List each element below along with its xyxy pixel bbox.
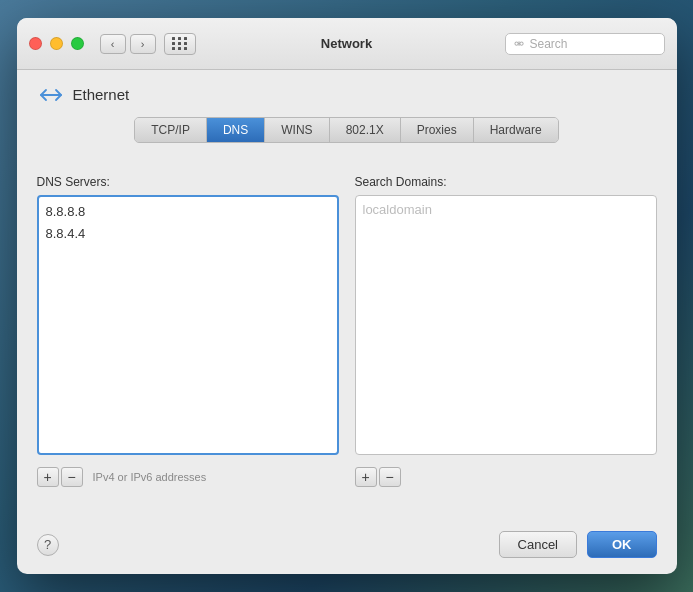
search-domains-controls: + − <box>355 467 657 487</box>
search-bar[interactable]: ⚮ <box>505 33 665 55</box>
tab-tcpip[interactable]: TCP/IP <box>135 118 207 142</box>
cancel-button[interactable]: Cancel <box>499 531 577 558</box>
section-title: Ethernet <box>73 86 130 103</box>
search-domains-label: Search Domains: <box>355 175 657 189</box>
dns-servers-label: DNS Servers: <box>37 175 339 189</box>
window-title: Network <box>321 36 372 51</box>
close-button[interactable] <box>29 37 42 50</box>
tabs: TCP/IP DNS WINS 802.1X Proxies Hardware <box>134 117 558 143</box>
search-icon: ⚮ <box>514 37 524 51</box>
tab-8021x[interactable]: 802.1X <box>330 118 401 142</box>
footer: ? Cancel OK <box>17 519 677 574</box>
dns-button-row: + − IPv4 or IPv6 addresses <box>37 467 339 487</box>
search-domains-list[interactable]: localdomain <box>355 195 657 455</box>
tab-wins[interactable]: WINS <box>265 118 329 142</box>
nav-buttons: ‹ › <box>100 34 156 54</box>
dns-servers-column: DNS Servers: 8.8.8.8 8.8.4.4 <box>37 175 339 455</box>
back-nav-icon[interactable] <box>37 87 65 103</box>
search-input[interactable] <box>530 37 656 51</box>
forward-button[interactable]: › <box>130 34 156 54</box>
search-domains-placeholder: localdomain <box>363 202 432 217</box>
traffic-lights <box>29 37 84 50</box>
search-domains-column: Search Domains: localdomain <box>355 175 657 455</box>
list-item: 8.8.4.4 <box>43 223 333 245</box>
dns-add-button[interactable]: + <box>37 467 59 487</box>
titlebar: ‹ › Network ⚮ <box>17 18 677 70</box>
tab-dns[interactable]: DNS <box>207 118 265 142</box>
ok-button[interactable]: OK <box>587 531 657 558</box>
list-item: 8.8.8.8 <box>43 201 333 223</box>
maximize-button[interactable] <box>71 37 84 50</box>
breadcrumb: Ethernet <box>37 86 657 103</box>
tab-proxies[interactable]: Proxies <box>401 118 474 142</box>
help-button[interactable]: ? <box>37 534 59 556</box>
search-domains-button-row: + − <box>355 467 657 487</box>
network-window: ‹ › Network ⚮ Ethern <box>17 18 677 574</box>
tabs-wrapper: TCP/IP DNS WINS 802.1X Proxies Hardware <box>37 117 657 159</box>
back-button[interactable]: ‹ <box>100 34 126 54</box>
action-buttons: Cancel OK <box>499 531 657 558</box>
grid-button[interactable] <box>164 33 196 55</box>
dns-remove-button[interactable]: − <box>61 467 83 487</box>
tab-hardware[interactable]: Hardware <box>474 118 558 142</box>
bottom-buttons-row: + − IPv4 or IPv6 addresses + − <box>37 467 657 487</box>
two-column-layout: DNS Servers: 8.8.8.8 8.8.4.4 Search Doma… <box>37 175 657 455</box>
domains-add-button[interactable]: + <box>355 467 377 487</box>
dns-servers-list[interactable]: 8.8.8.8 8.8.4.4 <box>37 195 339 455</box>
main-content: Ethernet TCP/IP DNS WINS 802.1X Proxies … <box>17 70 677 519</box>
minimize-button[interactable] <box>50 37 63 50</box>
dns-hint-text: IPv4 or IPv6 addresses <box>93 471 207 483</box>
domains-remove-button[interactable]: − <box>379 467 401 487</box>
dns-controls: + − IPv4 or IPv6 addresses <box>37 467 339 487</box>
